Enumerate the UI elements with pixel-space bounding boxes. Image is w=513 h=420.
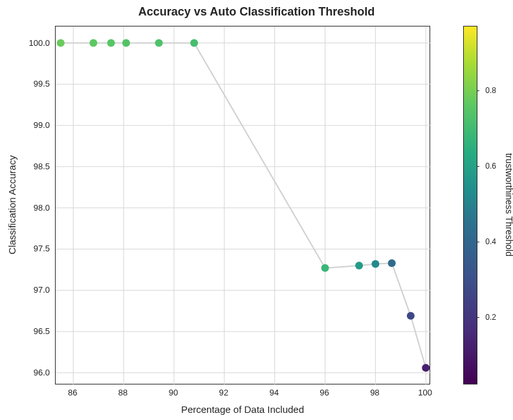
colorbar-tick-label: 0.6 <box>485 162 496 171</box>
colorbar-tick-label: 0.8 <box>485 86 496 95</box>
x-tick-label: 96 <box>320 388 329 397</box>
y-tick-label: 97.5 <box>34 244 50 253</box>
y-tick-label: 100.0 <box>28 37 50 47</box>
data-point <box>155 39 163 47</box>
colorbar-tick-label: 0.2 <box>485 313 496 322</box>
data-point <box>57 39 65 47</box>
data-point <box>355 262 363 269</box>
series-line <box>61 43 426 368</box>
y-tick-label: 96.0 <box>34 367 50 377</box>
x-tick-label: 98 <box>370 388 379 397</box>
x-tick-label: 86 <box>68 388 77 397</box>
plot-svg <box>56 26 430 384</box>
data-point <box>388 259 396 267</box>
data-point <box>322 264 329 272</box>
data-point <box>122 39 130 47</box>
colorbar: 0.20.40.60.8 <box>463 26 477 384</box>
data-point <box>407 312 415 320</box>
data-point <box>190 39 198 47</box>
x-tick-label: 92 <box>219 388 228 397</box>
data-point <box>371 260 379 268</box>
x-tick-label: 100 <box>418 388 432 397</box>
y-tick-label: 97.0 <box>34 285 50 295</box>
y-axis-label: Classification Accuracy <box>6 155 17 254</box>
plot-area <box>55 26 430 384</box>
data-point <box>422 364 430 372</box>
data-point <box>107 39 115 47</box>
colorbar-tick-label: 0.4 <box>485 237 496 246</box>
y-tick-label: 98.5 <box>34 161 50 171</box>
chart-container: Accuracy vs Auto Classification Threshol… <box>0 0 513 420</box>
y-tick-label: 99.5 <box>34 79 50 89</box>
y-tick-label: 99.0 <box>34 120 50 130</box>
x-tick-label: 90 <box>169 388 178 397</box>
y-tick-label: 98.0 <box>34 202 50 212</box>
x-tick-label: 94 <box>269 388 278 397</box>
x-axis-label: Percentage of Data Included <box>181 404 304 415</box>
y-tick-label: 96.5 <box>34 326 50 336</box>
x-tick-label: 88 <box>118 388 127 397</box>
chart-title: Accuracy vs Auto Classification Threshol… <box>138 5 375 19</box>
data-point <box>89 39 97 47</box>
colorbar-label: trustworthiness Threshold <box>504 153 513 257</box>
